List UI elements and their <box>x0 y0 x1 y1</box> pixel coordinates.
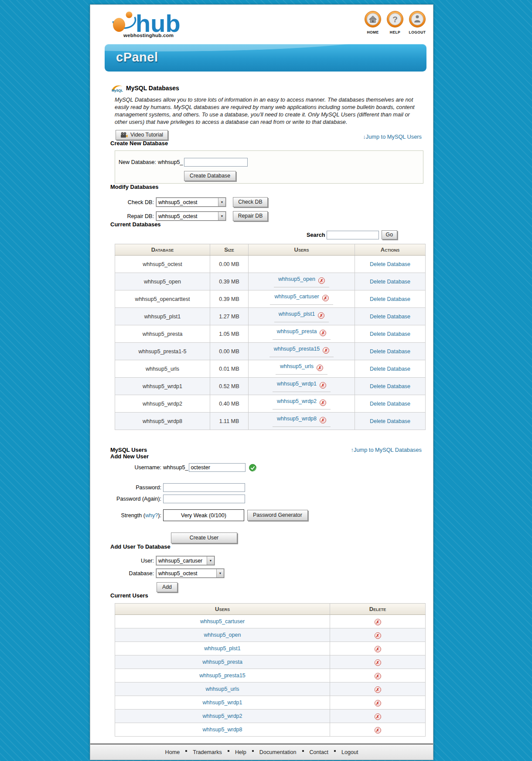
remove-user-icon[interactable]: ✗ <box>320 382 326 389</box>
delete-user-icon[interactable]: ✗ <box>375 727 381 734</box>
footer-nav: HomeTrademarksHelpDocumentationContactLo… <box>90 744 433 760</box>
jump-to-mysql-users-link[interactable]: ↓Jump to MySQL Users <box>363 133 422 140</box>
delete-user-icon[interactable]: ✗ <box>375 659 381 666</box>
delete-user-icon[interactable]: ✗ <box>375 700 381 706</box>
remove-user-icon[interactable]: ✗ <box>320 399 326 406</box>
delete-database-link[interactable]: Delete Database <box>370 261 410 267</box>
repair-db-select[interactable]: whhsup5_octest ▼ <box>156 212 226 221</box>
delete-database-link[interactable]: Delete Database <box>370 401 410 407</box>
db-size-cell: 0.52 MB <box>210 378 249 395</box>
remove-user-icon[interactable]: ✗ <box>318 277 325 284</box>
footer-link-logout[interactable]: Logout <box>341 749 358 755</box>
db-users-cell: whhsup5_wrdp8✗ <box>249 413 355 430</box>
db-user-link[interactable]: whhsup5_wrdp8 <box>277 416 317 422</box>
db-user-link[interactable]: whhsup5_open <box>278 276 315 282</box>
user-link[interactable]: whhsup5_presta15 <box>199 672 246 679</box>
cpanel-banner: cPanel <box>105 44 426 72</box>
db-actions-cell: Delete Database <box>355 378 426 395</box>
database-label: Database: <box>110 570 154 577</box>
delete-database-link[interactable]: Delete Database <box>370 279 410 285</box>
password-again-input[interactable] <box>163 495 245 503</box>
db-user-link[interactable]: whhsup5_urls <box>280 363 314 369</box>
delete-database-link[interactable]: Delete Database <box>370 383 410 389</box>
table-row: whhsup5_presta15✗ <box>115 669 426 683</box>
remove-user-icon[interactable]: ✗ <box>323 347 329 354</box>
db-user-link[interactable]: whhsup5_presta <box>277 328 317 334</box>
username-input[interactable] <box>189 463 246 472</box>
footer-link-home[interactable]: Home <box>165 749 180 755</box>
db-name-cell: whhsup5_plst1 <box>115 308 210 325</box>
user-link[interactable]: whhsup5_presta <box>202 659 242 665</box>
delete-user-icon[interactable]: ✗ <box>375 713 381 720</box>
table-row: whhsup5_opencarttest0.39 MBwhhsup5_cartu… <box>115 290 426 308</box>
why-link[interactable]: why? <box>145 512 158 519</box>
help-button[interactable]: ? HELP <box>385 10 405 34</box>
footer-link-documentation[interactable]: Documentation <box>259 749 297 755</box>
user-link[interactable]: whhsup5_wrdp1 <box>202 700 242 706</box>
password-input[interactable] <box>163 483 245 492</box>
db-user-entry: whhsup5_wrdp1✗ <box>273 381 331 392</box>
delete-user-icon[interactable]: ✗ <box>375 686 381 693</box>
delete-user-icon[interactable]: ✗ <box>375 673 381 679</box>
home-button[interactable]: HOME <box>363 10 382 34</box>
db-user-link[interactable]: whhsup5_wrdp1 <box>277 381 317 387</box>
search-input[interactable] <box>327 231 379 239</box>
remove-user-icon[interactable]: ✗ <box>320 417 326 423</box>
db-user-link[interactable]: whhsup5_wrdp2 <box>277 398 317 404</box>
video-tutorial-button[interactable]: Video Tutorial <box>116 130 168 140</box>
db-user-entry: whhsup5_cartuser✗ <box>270 293 333 305</box>
db-user-link[interactable]: whhsup5_cartuser <box>274 293 319 300</box>
database-select[interactable]: whhsup5_octest ▼ <box>156 569 224 578</box>
remove-user-icon[interactable]: ✗ <box>322 295 329 301</box>
create-database-button[interactable]: Create Database <box>184 171 236 181</box>
cpanel-title: cPanel <box>116 50 158 65</box>
delete-database-link[interactable]: Delete Database <box>370 314 410 320</box>
current-databases-heading: Current Databases <box>110 221 427 228</box>
user-delete-cell: ✗ <box>330 683 426 696</box>
delete-database-link[interactable]: Delete Database <box>370 348 410 355</box>
delete-database-link[interactable]: Delete Database <box>370 418 410 424</box>
delete-user-icon[interactable]: ✗ <box>375 619 381 625</box>
user-delete-cell: ✗ <box>330 669 426 683</box>
db-user-link[interactable]: whhsup5_presta15 <box>274 346 320 352</box>
delete-database-link[interactable]: Delete Database <box>370 296 410 302</box>
user-link[interactable]: whhsup5_open <box>204 632 241 638</box>
check-db-select[interactable]: whhsup5_octest ▼ <box>156 198 226 207</box>
footer-link-contact[interactable]: Contact <box>310 749 328 755</box>
create-user-button[interactable]: Create User <box>171 532 237 543</box>
footer-link-trademarks[interactable]: Trademarks <box>193 749 222 755</box>
search-go-button[interactable]: Go <box>382 230 397 239</box>
user-link[interactable]: whhsup5_wrdp2 <box>202 713 242 719</box>
user-name-cell: whhsup5_cartuser <box>115 615 330 628</box>
jump-to-mysql-databases-link[interactable]: ↑Jump to MySQL Databases <box>351 447 422 453</box>
col-users: Users <box>249 244 355 256</box>
logout-button[interactable]: LOGOUT <box>408 10 427 34</box>
user-select[interactable]: whhsup5_cartuser ▼ <box>156 556 215 565</box>
add-user-to-db-button[interactable]: Add <box>157 582 177 592</box>
user-link[interactable]: whhsup5_cartuser <box>200 618 245 624</box>
db-name-cell: whhsup5_octest <box>115 256 210 273</box>
username-prefix: whhsup5_ <box>163 464 188 471</box>
remove-user-icon[interactable]: ✗ <box>320 330 326 336</box>
table-row: whhsup5_presta1-50.00 MBwhhsup5_presta15… <box>115 343 426 360</box>
delete-database-link[interactable]: Delete Database <box>370 331 410 337</box>
user-link[interactable]: whhsup5_plst1 <box>204 645 240 652</box>
db-users-cell: whhsup5_presta✗ <box>249 325 355 343</box>
db-size-cell: 0.00 MB <box>210 256 249 273</box>
db-user-link[interactable]: whhsup5_plst1 <box>279 311 315 317</box>
repair-db-button[interactable]: Repair DB <box>233 211 268 221</box>
current-users-heading: Current Users <box>110 592 427 599</box>
remove-user-icon[interactable]: ✗ <box>317 365 323 371</box>
mysql-users-heading: MySQL Users <box>110 447 147 453</box>
check-db-button[interactable]: Check DB <box>233 197 268 207</box>
new-db-input[interactable] <box>184 158 248 167</box>
password-generator-button[interactable]: Password Generator <box>247 510 308 521</box>
remove-user-icon[interactable]: ✗ <box>318 312 324 319</box>
delete-user-icon[interactable]: ✗ <box>375 646 381 652</box>
user-link[interactable]: whhsup5_wrdp8 <box>202 727 242 733</box>
footer-link-help[interactable]: Help <box>235 749 246 755</box>
delete-database-link[interactable]: Delete Database <box>370 366 410 372</box>
user-name-cell: whhsup5_wrdp1 <box>115 696 330 710</box>
user-link[interactable]: whhsup5_urls <box>205 686 239 692</box>
delete-user-icon[interactable]: ✗ <box>375 632 381 639</box>
